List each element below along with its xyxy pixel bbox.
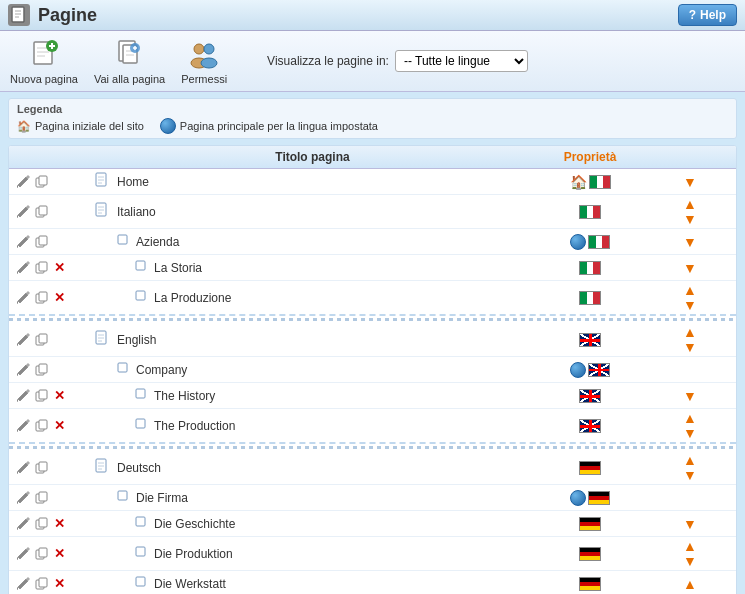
filter-group: Visualizza le pagine in: -- Tutte le lin…	[267, 50, 528, 72]
delete-button[interactable]: ✕	[51, 260, 67, 276]
copy-button[interactable]	[33, 174, 49, 190]
svg-line-67	[17, 471, 18, 474]
row-actions-cell	[15, 234, 95, 250]
edit-button[interactable]	[15, 388, 31, 404]
delete-button[interactable]: ✕	[51, 388, 67, 404]
delete-button[interactable]: ✕	[51, 516, 67, 532]
sort-down-button[interactable]: ▼	[683, 261, 697, 275]
properties-cell	[530, 547, 650, 561]
sort-cell: ▲▼	[650, 197, 730, 226]
sort-cell: ▼	[650, 517, 730, 531]
tree-icon	[135, 260, 147, 275]
tree-icon	[135, 576, 147, 591]
copy-button[interactable]	[33, 362, 49, 378]
edit-button[interactable]	[15, 332, 31, 348]
row-title-cell: The Production	[95, 418, 530, 433]
permissions-button[interactable]: Permessi	[181, 37, 227, 85]
sort-down-button[interactable]: ▼	[683, 468, 697, 482]
edit-button[interactable]	[15, 576, 31, 592]
pages-table: Titolo pagina Proprietà Home🏠▼Italiano▲▼…	[8, 145, 737, 594]
row-title-cell: Die Produktion	[95, 546, 530, 561]
title-text: Home	[117, 175, 149, 189]
sort-down-button[interactable]: ▼	[683, 426, 697, 440]
new-page-label: Nuova pagina	[10, 73, 78, 85]
new-page-button[interactable]: Nuova pagina	[10, 37, 78, 85]
sort-up-button[interactable]: ▲	[683, 325, 697, 339]
svg-rect-58	[118, 363, 127, 372]
copy-button[interactable]	[33, 418, 49, 434]
copy-button[interactable]	[33, 260, 49, 276]
table-row: Azienda▼	[9, 229, 736, 255]
edit-button[interactable]	[15, 490, 31, 506]
copy-button[interactable]	[33, 490, 49, 506]
copy-button[interactable]	[33, 290, 49, 306]
copy-button[interactable]	[33, 388, 49, 404]
table-row: ✕La Produzione▲▼	[9, 281, 736, 316]
edit-button[interactable]	[15, 546, 31, 562]
table-row: Italiano▲▼	[9, 195, 736, 229]
svg-rect-43	[136, 261, 145, 270]
sort-down-button[interactable]: ▼	[683, 389, 697, 403]
properties-cell	[530, 461, 650, 475]
edit-button[interactable]	[15, 418, 31, 434]
flag-en	[579, 389, 601, 403]
sort-down-button[interactable]: ▼	[683, 212, 697, 226]
table-row: ✕La Storia▼	[9, 255, 736, 281]
title-text: The Production	[154, 419, 235, 433]
sort-down-button[interactable]: ▼	[683, 554, 697, 568]
properties-cell	[530, 261, 650, 275]
sort-cell: ▼	[650, 261, 730, 275]
sort-up-button[interactable]: ▲	[683, 197, 697, 211]
table-row: Deutsch▲▼	[9, 451, 736, 485]
row-actions-cell: ✕	[15, 516, 95, 532]
delete-button[interactable]: ✕	[51, 290, 67, 306]
copy-button[interactable]	[33, 576, 49, 592]
sort-up-button[interactable]: ▲	[683, 283, 697, 297]
edit-button[interactable]	[15, 362, 31, 378]
tree-icon	[135, 290, 147, 305]
go-to-page-button[interactable]: Vai alla pagina	[94, 37, 165, 85]
copy-button[interactable]	[33, 332, 49, 348]
sort-up-button[interactable]: ▲	[683, 539, 697, 553]
delete-button[interactable]: ✕	[51, 418, 67, 434]
edit-button[interactable]	[15, 516, 31, 532]
row-title-cell: Die Werkstatt	[95, 576, 530, 591]
sort-up-button[interactable]: ▲	[683, 453, 697, 467]
delete-button[interactable]: ✕	[51, 546, 67, 562]
edit-button[interactable]	[15, 174, 31, 190]
tree-icon	[135, 546, 147, 561]
sort-down-button[interactable]: ▼	[683, 517, 697, 531]
permissions-label: Permessi	[181, 73, 227, 85]
delete-button[interactable]: ✕	[51, 576, 67, 592]
copy-button[interactable]	[33, 204, 49, 220]
svg-line-63	[17, 429, 18, 432]
section-divider	[9, 446, 736, 449]
title-text: Deutsch	[117, 461, 161, 475]
copy-button[interactable]	[33, 234, 49, 250]
table-row: ✕Die Produktion▲▼	[9, 537, 736, 571]
sort-up-button[interactable]: ▲	[683, 577, 697, 591]
svg-rect-66	[136, 419, 145, 428]
flag-de	[579, 461, 601, 475]
row-title-cell: Azienda	[95, 234, 530, 249]
sort-down-button[interactable]: ▼	[683, 298, 697, 312]
svg-rect-69	[39, 462, 47, 471]
edit-button[interactable]	[15, 260, 31, 276]
row-title-cell: The History	[95, 388, 530, 403]
row-title-cell: Italiano	[95, 202, 530, 221]
edit-button[interactable]	[15, 290, 31, 306]
copy-button[interactable]	[33, 460, 49, 476]
copy-button[interactable]	[33, 516, 49, 532]
language-filter[interactable]: -- Tutte le lingue Italiano English Deut…	[395, 50, 528, 72]
sort-up-button[interactable]: ▲	[683, 411, 697, 425]
edit-button[interactable]	[15, 460, 31, 476]
help-button[interactable]: ? Help	[678, 4, 737, 26]
sort-down-button[interactable]: ▼	[683, 235, 697, 249]
sort-down-button[interactable]: ▼	[683, 340, 697, 354]
edit-button[interactable]	[15, 234, 31, 250]
svg-rect-24	[39, 176, 47, 185]
sort-down-button[interactable]: ▼	[683, 175, 697, 189]
edit-button[interactable]	[15, 204, 31, 220]
copy-button[interactable]	[33, 546, 49, 562]
legenda-title: Legenda	[17, 103, 728, 115]
